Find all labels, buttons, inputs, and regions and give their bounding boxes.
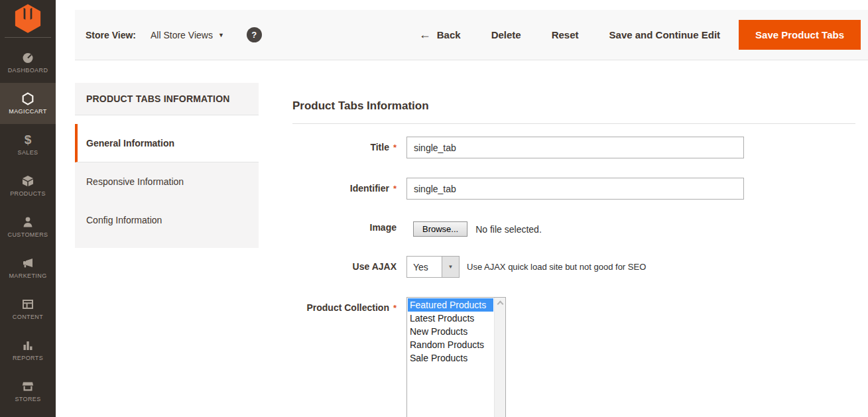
sidebar-item-label: CUSTOMERS: [8, 231, 48, 238]
stores-icon: [21, 380, 35, 393]
product-tabs-panel: PRODUCT TABS INFORMATION General Informa…: [75, 83, 259, 248]
product-collection-label: Product Collection*: [292, 297, 397, 313]
collection-option[interactable]: Featured Products: [408, 298, 493, 312]
sidebar-item-reports[interactable]: REPORTS: [0, 329, 56, 371]
use-ajax-label: Use AJAX: [292, 256, 397, 272]
content-icon: [21, 298, 35, 311]
sidebar-item-label: DASHBOARD: [8, 67, 48, 74]
product-collection-field-row: Product Collection* Featured Products La…: [292, 297, 855, 417]
sidebar-item-products[interactable]: PRODUCTS: [0, 165, 56, 206]
delete-button[interactable]: Delete: [491, 29, 521, 40]
heading-divider: [292, 123, 855, 124]
required-asterisk: *: [393, 184, 397, 194]
product-collection-listbox[interactable]: Featured Products Latest Products New Pr…: [406, 297, 506, 417]
image-label: Image: [292, 219, 397, 233]
magento-logo[interactable]: [0, 0, 56, 37]
form-heading: Product Tabs Information: [292, 99, 855, 113]
sidebar-item-label: PRODUCTS: [10, 190, 46, 197]
sidebar-item-customers[interactable]: CUSTOMERS: [0, 206, 56, 247]
use-ajax-selected-value: Yes: [407, 257, 442, 277]
panel-tab-list: General Information Responsive Informati…: [75, 124, 259, 248]
sidebar-item-dashboard[interactable]: DASHBOARD: [0, 42, 56, 83]
sidebar-item-magiccart[interactable]: MAGICCART: [0, 83, 56, 124]
magento-logo-icon: [15, 3, 41, 34]
sidebar-item-label: REPORTS: [13, 355, 43, 361]
collection-option[interactable]: Sale Products: [408, 351, 493, 365]
page-actions-toolbar: Store View: All Store Views ▼ ? ← Back D…: [75, 10, 868, 60]
sidebar-item-marketing[interactable]: MARKETING: [0, 247, 56, 288]
reset-button[interactable]: Reset: [552, 29, 579, 40]
sidebar-item-stores[interactable]: STORES: [0, 371, 56, 412]
image-field-row: Image Browse... No file selected.: [292, 219, 855, 237]
identifier-field-row: Identifier*: [292, 178, 855, 200]
tab-config-information[interactable]: Config Information: [75, 201, 259, 239]
store-view-switcher: Store View: All Store Views ▼ ?: [86, 27, 262, 42]
title-input[interactable]: [406, 137, 744, 158]
toolbar-actions: ← Back Delete Reset Save and Continue Ed…: [419, 20, 861, 50]
dashboard-icon: [21, 51, 35, 64]
customers-icon: [21, 215, 35, 229]
sidebar-item-label: MARKETING: [9, 272, 46, 279]
sidebar-item-label: SALES: [17, 149, 38, 156]
product-tabs-form: Product Tabs Information Title* Identifi…: [292, 99, 855, 417]
help-icon[interactable]: ?: [247, 27, 262, 42]
products-icon: [21, 174, 35, 188]
listbox-scrollbar[interactable]: [494, 298, 505, 417]
marketing-icon: [21, 257, 35, 270]
store-view-value: All Store Views: [151, 30, 213, 40]
sidebar-item-sales[interactable]: $ SALES: [0, 124, 56, 165]
sidebar-divider: [5, 37, 51, 38]
sidebar-item-label: CONTENT: [13, 314, 43, 320]
use-ajax-select[interactable]: Yes ▼: [406, 256, 460, 278]
reports-icon: [21, 339, 35, 352]
identifier-label: Identifier*: [292, 178, 397, 194]
required-asterisk: *: [393, 143, 397, 152]
use-ajax-field-row: Use AJAX Yes ▼ Use AJAX quick load site …: [292, 256, 855, 278]
collection-option[interactable]: Random Products: [408, 338, 493, 351]
store-view-label: Store View:: [86, 30, 136, 40]
scroll-up-icon: [497, 301, 503, 308]
save-and-continue-button[interactable]: Save and Continue Edit: [609, 29, 721, 40]
admin-sidebar: DASHBOARD MAGICCART $ SALES PRODUCTS: [0, 0, 56, 417]
use-ajax-note: Use AJAX quick load site but not good fo…: [467, 262, 646, 272]
identifier-input[interactable]: [406, 178, 744, 200]
title-field-row: Title*: [292, 137, 855, 158]
browse-button[interactable]: Browse...: [413, 221, 467, 237]
sidebar-item-label: MAGICCART: [9, 108, 46, 115]
tab-responsive-information[interactable]: Responsive Information: [75, 162, 259, 201]
collection-option[interactable]: Latest Products: [408, 312, 493, 325]
back-arrow-icon: ←: [419, 28, 431, 42]
select-arrow-box[interactable]: ▼: [442, 257, 459, 277]
back-button[interactable]: ← Back: [419, 28, 461, 42]
chevron-down-icon: ▼: [448, 264, 454, 270]
sidebar-item-label: STORES: [15, 396, 40, 402]
back-button-label: Back: [437, 29, 461, 40]
required-asterisk: *: [393, 303, 397, 313]
title-label: Title*: [292, 137, 397, 152]
save-product-tabs-button[interactable]: Save Product Tabs: [739, 20, 861, 50]
magiccart-icon: [21, 92, 35, 105]
panel-header: PRODUCT TABS INFORMATION: [75, 83, 259, 115]
file-status-text: No file selected.: [475, 224, 542, 235]
chevron-down-icon: ▼: [218, 32, 224, 38]
tab-general-information[interactable]: General Information: [75, 124, 259, 162]
sales-icon: $: [21, 133, 35, 147]
sidebar-item-content[interactable]: CONTENT: [0, 288, 56, 329]
store-view-dropdown[interactable]: All Store Views ▼: [151, 30, 224, 40]
collection-option[interactable]: New Products: [408, 325, 493, 338]
